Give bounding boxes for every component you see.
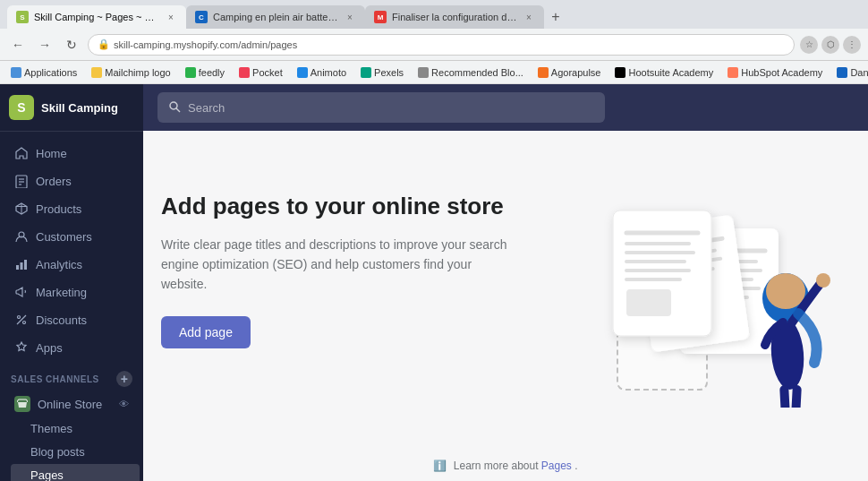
sidebar-subitem-pages[interactable]: Pages bbox=[11, 464, 140, 481]
svg-rect-10 bbox=[24, 260, 27, 270]
bookmark-recommended[interactable]: Recommended Blo... bbox=[414, 65, 527, 80]
bookmark-label-7: Recommended Blo... bbox=[431, 67, 523, 78]
tab-active[interactable]: S Skill Camping ~ Pages ~ Shopify × bbox=[7, 5, 186, 29]
bookmark-label-3: feedly bbox=[199, 67, 225, 78]
new-tab-button[interactable]: + bbox=[544, 5, 567, 29]
extensions-icon[interactable]: ⬡ bbox=[821, 36, 839, 54]
sidebar-item-marketing[interactable]: Marketing bbox=[4, 279, 140, 305]
bookmark-hootsuite[interactable]: Hootsuite Academy bbox=[611, 65, 717, 80]
empty-state: Add pages to your online store Write cle… bbox=[161, 175, 850, 408]
bookmark-label-2: Mailchimp logo bbox=[105, 67, 170, 78]
customers-icon bbox=[14, 229, 29, 244]
lock-icon: 🔒 bbox=[98, 39, 110, 50]
footer-suffix: . bbox=[574, 460, 577, 472]
sidebar-subitem-blog-posts[interactable]: Blog posts bbox=[11, 441, 140, 463]
forward-button[interactable]: → bbox=[34, 34, 55, 56]
bookmark-pocket[interactable]: Pocket bbox=[235, 65, 286, 80]
svg-line-13 bbox=[17, 315, 26, 324]
svg-point-12 bbox=[23, 322, 26, 324]
sidebar-item-analytics[interactable]: Analytics bbox=[4, 251, 140, 278]
svg-point-14 bbox=[170, 102, 177, 109]
blog-posts-label: Blog posts bbox=[30, 445, 85, 459]
store-name: Skill Camping bbox=[41, 101, 118, 115]
sidebar-item-apps[interactable]: Apps bbox=[4, 334, 140, 361]
tab-favicon-3: M bbox=[374, 11, 387, 23]
sidebar-item-home[interactable]: Home bbox=[4, 140, 140, 167]
bookmark-hubspot[interactable]: HubSpot Academy bbox=[724, 65, 826, 80]
bookmark-pexels[interactable]: Pexels bbox=[357, 65, 407, 80]
bookmark-label-9: Hootsuite Academy bbox=[628, 67, 713, 78]
tab-close-3[interactable]: × bbox=[523, 11, 535, 23]
svg-line-15 bbox=[176, 108, 180, 112]
tab-label-3: Finaliser la configuration de vot... bbox=[392, 12, 517, 22]
bookmark-animoto[interactable]: Animoto bbox=[294, 65, 350, 80]
tab-close-2[interactable]: × bbox=[344, 11, 356, 23]
bookmark-label-1: Applications bbox=[24, 67, 77, 78]
browser-tabs: S Skill Camping ~ Pages ~ Shopify × C Ca… bbox=[0, 0, 868, 29]
bookmark-favicon-11 bbox=[837, 67, 847, 78]
empty-state-title: Add pages to your online store bbox=[161, 193, 510, 220]
toolbar-icons: ☆ ⬡ ⋮ bbox=[800, 36, 861, 54]
sidebar-label-analytics: Analytics bbox=[36, 258, 82, 271]
svg-rect-31 bbox=[613, 210, 711, 336]
bookmark-label-10: HubSpot Academy bbox=[741, 67, 822, 78]
tab-label-2: Camping en plein air batterie de... bbox=[213, 12, 338, 22]
sidebar-item-discounts[interactable]: Discounts bbox=[4, 306, 140, 333]
sidebar-label-discounts: Discounts bbox=[36, 314, 87, 327]
tab-favicon-2: C bbox=[195, 11, 208, 23]
online-store-label: Online Store bbox=[38, 398, 102, 411]
empty-state-illustration bbox=[564, 175, 850, 408]
shopify-logo: S bbox=[9, 95, 34, 120]
tab-close-1[interactable]: × bbox=[165, 11, 177, 23]
visibility-icon[interactable]: 👁 bbox=[119, 399, 129, 409]
tab-2[interactable]: C Camping en plein air batterie de... × bbox=[186, 5, 365, 29]
sidebar-item-online-store[interactable]: Online Store 👁 bbox=[4, 391, 140, 417]
main-content: Search Add pages to your online store Wr… bbox=[143, 84, 868, 481]
sidebar-subitem-themes[interactable]: Themes bbox=[11, 417, 140, 440]
analytics-icon bbox=[14, 257, 29, 271]
pages-illustration bbox=[564, 175, 850, 408]
browser-chrome: S Skill Camping ~ Pages ~ Shopify × C Ca… bbox=[0, 0, 868, 84]
bookmark-favicon-1 bbox=[11, 67, 21, 78]
menu-icon[interactable]: ⋮ bbox=[843, 36, 861, 54]
bookmark-icon[interactable]: ☆ bbox=[800, 36, 818, 54]
bookmark-feedly[interactable]: feedly bbox=[182, 65, 228, 80]
search-bar[interactable]: Search bbox=[157, 92, 605, 123]
products-icon bbox=[14, 202, 29, 216]
bookmarks-bar: Applications Mailchimp logo feedly Pocke… bbox=[0, 61, 868, 84]
logo-letter: S bbox=[17, 100, 25, 115]
bookmark-mailchimp[interactable]: Mailchimp logo bbox=[88, 65, 174, 80]
tab-3[interactable]: M Finaliser la configuration de vot... × bbox=[365, 5, 544, 29]
sidebar-item-customers[interactable]: Customers bbox=[4, 223, 140, 250]
bookmark-favicon-8 bbox=[538, 67, 549, 78]
address-bar[interactable]: 🔒 skill-camping.myshopify.com/admin/page… bbox=[88, 34, 795, 56]
svg-point-42 bbox=[766, 273, 805, 309]
bookmark-favicon-7 bbox=[418, 67, 429, 78]
channel-item-right: 👁 bbox=[119, 399, 129, 409]
back-button[interactable]: ← bbox=[7, 34, 29, 56]
discounts-icon bbox=[14, 313, 29, 327]
add-channel-button[interactable]: + bbox=[116, 371, 132, 387]
search-placeholder: Search bbox=[188, 101, 225, 115]
footer-pages-link[interactable]: Pages bbox=[541, 460, 572, 472]
footer-info-icon: ℹ️ bbox=[433, 460, 447, 472]
add-page-button[interactable]: Add page bbox=[161, 316, 251, 348]
bookmark-label-5: Animoto bbox=[311, 67, 346, 78]
bookmark-applications[interactable]: Applications bbox=[7, 65, 81, 80]
sidebar-nav: Home Orders Products Customers bbox=[0, 132, 143, 481]
online-store-icon bbox=[14, 396, 30, 412]
svg-point-43 bbox=[816, 273, 830, 288]
reload-button[interactable]: ↻ bbox=[61, 34, 82, 56]
bookmark-label-4: Pocket bbox=[252, 67, 283, 78]
sidebar-item-products[interactable]: Products bbox=[4, 195, 140, 222]
themes-label: Themes bbox=[30, 422, 72, 435]
bookmark-label-11: Danilo Duchesnes bbox=[850, 67, 868, 78]
bookmark-favicon-2 bbox=[91, 67, 102, 78]
sidebar-label-orders: Orders bbox=[36, 175, 72, 188]
sidebar: S Skill Camping Home Orders Pr bbox=[0, 84, 143, 481]
content-footer: ℹ️ Learn more about Pages . bbox=[143, 451, 868, 481]
sidebar-item-orders[interactable]: Orders bbox=[4, 167, 140, 194]
bookmark-agorapulse[interactable]: Agorapulse bbox=[534, 65, 605, 80]
svg-point-11 bbox=[18, 316, 21, 319]
bookmark-danilo[interactable]: Danilo Duchesnes bbox=[833, 65, 868, 80]
